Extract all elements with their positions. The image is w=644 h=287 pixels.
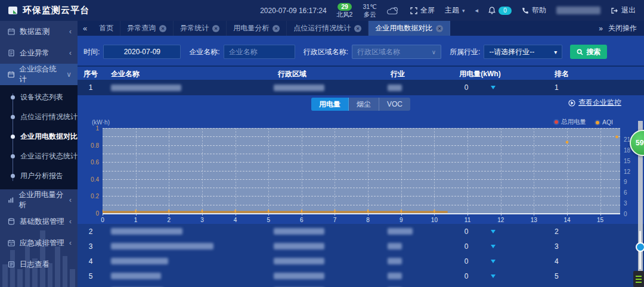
col-header-industry: 行业 <box>382 69 420 79</box>
sidebar-subitem-point-run-stats[interactable]: 点位运行情况统计 <box>0 107 78 127</box>
sort-down-icon[interactable] <box>491 86 496 89</box>
tab-close-icon[interactable]: × <box>273 25 280 32</box>
chart-xtick: 6 <box>300 217 304 223</box>
temperature-text: 31℃ <box>363 3 376 10</box>
chart-xtick: 14 <box>564 217 570 223</box>
table-row[interactable]: 6 0 6 <box>78 283 644 287</box>
legend-item-aqi[interactable]: AQI <box>596 118 613 126</box>
chart-xtick: 12 <box>497 217 504 223</box>
chart-ytickR: 3 <box>624 200 627 207</box>
app-logo-icon <box>8 7 17 14</box>
sort-down-icon[interactable] <box>491 260 496 263</box>
search-icon <box>577 49 583 55</box>
chart-tab-voc[interactable]: VOC <box>379 98 410 111</box>
sort-down-icon[interactable] <box>491 245 496 248</box>
redacted-company <box>111 273 161 279</box>
table-row[interactable]: 4 0 4 <box>78 254 644 269</box>
chart-xtick: 11 <box>465 217 470 223</box>
chart-icon <box>8 196 14 204</box>
tab-abnormal-stats[interactable]: 异常统计× <box>174 21 227 36</box>
redacted-industry <box>388 258 402 264</box>
collapse-left-icon[interactable]: ◂ <box>475 7 478 14</box>
weather-text: 多云 <box>364 11 376 18</box>
fullscreen-button[interactable]: 全屏 <box>410 5 435 15</box>
caret-down-icon: ▾ <box>554 49 557 55</box>
sidebar-item-log-view[interactable]: 日志查看 <box>0 254 78 275</box>
legend-item-usage[interactable]: 总用电量 <box>555 118 586 126</box>
help-button[interactable]: 帮助 <box>522 5 546 15</box>
main-content: 时间: 2020-07-09 企业名称: 行政区域名称: 行政区域名称 ∨ 所属… <box>78 36 644 287</box>
chart-xtick: 0 <box>101 217 104 223</box>
table-row[interactable]: 2 0 2 <box>78 224 644 239</box>
notifications-button[interactable]: 0 <box>488 7 512 15</box>
sidebar-item-power-analysis[interactable]: 企业用电量分析 ‹ <box>0 189 78 211</box>
region-select[interactable]: 行政区域名称 ∨ <box>352 45 441 59</box>
redacted-industry <box>388 85 402 91</box>
sidebar-subitem-user-report[interactable]: 用户分析报告 <box>0 166 78 186</box>
tab-close-icon[interactable]: × <box>159 25 166 32</box>
sidebar-subitem-power-compare[interactable]: 企业用电数据对比 <box>0 127 78 146</box>
chart-xtick: 7 <box>333 217 337 223</box>
bell-icon <box>488 7 496 14</box>
tab-abnormal-query[interactable]: 异常查询× <box>120 21 174 36</box>
chevron-left-icon: ‹ <box>69 27 72 36</box>
industry-select[interactable]: --请选择行业-- ▾ <box>484 45 562 59</box>
sidebar-subitem-run-status-stats[interactable]: 企业运行状态统计 <box>0 146 78 166</box>
sidebar-submenu: 设备状态列表 点位运行情况统计 企业用电数据对比 企业运行状态统计 用户分析报告 <box>0 85 78 189</box>
chevron-left-icon: ‹ <box>69 49 72 57</box>
play-circle-icon <box>568 99 575 107</box>
chart-canvas <box>103 128 620 213</box>
logout-button[interactable]: 退出 <box>611 5 636 15</box>
tab-close-icon[interactable]: × <box>212 25 219 32</box>
notification-count-badge: 0 <box>499 7 512 15</box>
tab-close-icon[interactable]: × <box>436 25 443 32</box>
tab-power-usage-analysis[interactable]: 用电量分析× <box>227 21 287 36</box>
view-monitor-link[interactable]: 查看企业监控 <box>568 98 621 108</box>
sidebar-subitem-device-status[interactable]: 设备状态列表 <box>0 88 78 107</box>
slider-thumb[interactable] <box>636 242 644 252</box>
calendar-icon <box>8 28 15 35</box>
sidebar-item-base-data[interactable]: 基础数据管理 ‹ <box>0 211 78 232</box>
chart-ytickR: 15 <box>624 158 630 164</box>
chevron-down-icon: ∨ <box>66 70 72 79</box>
chart-plot[interactable] <box>103 128 620 214</box>
database-icon <box>8 218 15 225</box>
y-axis-unit-label: (kW·h) <box>92 119 110 126</box>
tabs-scroll-right-icon[interactable]: » <box>599 24 603 33</box>
table-row[interactable]: 1 0 1 <box>78 80 644 95</box>
legend-dot-icon <box>596 121 599 124</box>
floating-mini-widget[interactable] <box>633 271 644 287</box>
date-picker-input[interactable]: 2020-07-09 <box>103 45 181 59</box>
timeline-dot-icon <box>11 115 15 119</box>
tab-close-icon[interactable]: × <box>354 25 361 32</box>
col-header-usage: 用电量(kWh) <box>420 69 540 79</box>
sidebar-item-data-monitor[interactable]: 数据监测 ‹ <box>0 21 78 42</box>
sort-down-icon[interactable] <box>491 274 496 278</box>
username-redacted[interactable] <box>556 7 600 14</box>
tabs-scroll-left-icon[interactable]: « <box>78 24 92 33</box>
aqi-wind-stack: 29 北风2 <box>337 3 353 17</box>
sort-down-icon[interactable] <box>491 230 496 233</box>
sidebar-item-emergency[interactable]: 应急减排管理 ‹ <box>0 232 78 254</box>
tab-power-compare-active[interactable]: 企业用电数据对比× <box>369 21 450 36</box>
tab-home[interactable]: 首页 <box>92 21 120 36</box>
chart-legend: 总用电量 AQI <box>555 118 613 126</box>
report-icon <box>8 49 15 57</box>
chart-ytickL: 0.2 <box>91 193 99 199</box>
timeline-dot-icon <box>11 135 15 139</box>
chart-tab-power[interactable]: 用电量 <box>311 98 349 111</box>
company-name-input[interactable] <box>224 45 295 59</box>
aqi-badge: 29 <box>338 3 352 10</box>
chart-ytickL: 0 <box>95 210 99 217</box>
alert-icon <box>8 239 15 247</box>
chart-tab-smoke[interactable]: 烟尘 <box>349 98 379 111</box>
close-operations-button[interactable]: » 关闭操作 <box>599 23 644 33</box>
table-row[interactable]: 5 0 5 <box>78 269 644 284</box>
table-row[interactable]: 3 0 3 <box>78 239 644 254</box>
wind-text: 北风2 <box>337 11 353 18</box>
sidebar-item-enterprise-stats[interactable]: 企业综合统计 ∨ <box>0 64 78 85</box>
sidebar-item-enterprise-abnormal[interactable]: 企业异常 ‹ <box>0 42 78 64</box>
tab-point-run-stats[interactable]: 点位运行情况统计× <box>287 21 369 36</box>
search-button[interactable]: 搜索 <box>570 45 607 59</box>
theme-dropdown[interactable]: 主题▾ <box>445 5 465 15</box>
